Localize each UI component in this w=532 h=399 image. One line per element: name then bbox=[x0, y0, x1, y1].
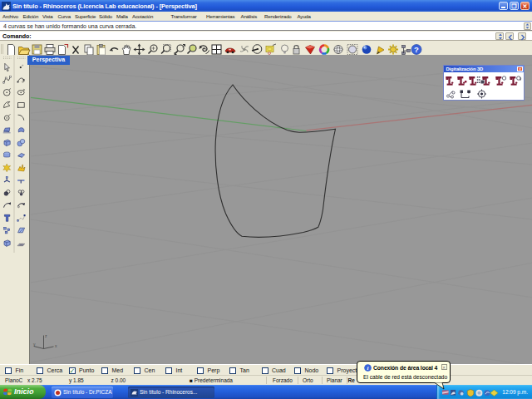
svg-text:i: i bbox=[367, 365, 368, 372]
svg-text:y: y bbox=[33, 342, 36, 347]
svg-text:?: ? bbox=[414, 45, 419, 54]
svg-text:x: x bbox=[55, 343, 57, 348]
svg-text:z: z bbox=[45, 333, 47, 338]
